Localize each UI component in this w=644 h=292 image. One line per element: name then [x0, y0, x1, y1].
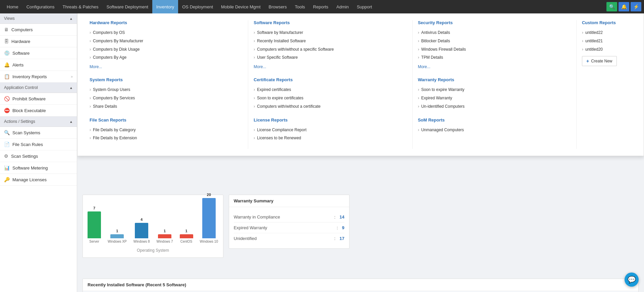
- bar-win8-value: 4: [141, 217, 143, 222]
- bar-win7: 1 Windows 7: [157, 229, 173, 243]
- alert-nav-button[interactable]: 🔔: [619, 2, 629, 11]
- nav-support[interactable]: Support: [353, 0, 376, 13]
- warranty-colon-2: :: [333, 225, 342, 230]
- bar-centos-rect: [180, 234, 193, 238]
- chat-icon: 💬: [628, 276, 636, 284]
- mm-link-file-by-extension[interactable]: ›File Details by Extension: [90, 134, 243, 142]
- sidebar-prohibit-label: Prohibit Software: [12, 96, 46, 101]
- mm-link-system-group-users[interactable]: ›System Group Users: [90, 86, 243, 94]
- mm-link-bitlocker[interactable]: ›Bitlocker Details: [418, 37, 571, 45]
- mm-link-untitled22[interactable]: ›untitled22: [582, 29, 632, 37]
- bar-win10-label: Windows 10: [200, 240, 218, 243]
- mm-link-computers-by-manufacturer[interactable]: ›Computers By Manufacturer: [90, 37, 243, 45]
- nav-home[interactable]: Home: [3, 0, 22, 13]
- sidebar-item-alerts[interactable]: 🔔 Alerts: [0, 59, 77, 71]
- mm-link-unidentified-computers[interactable]: ›Un-identified Computers: [418, 102, 571, 111]
- mm-link-computers-by-disk[interactable]: ›Computers by Disk Usage: [90, 45, 243, 54]
- sidebar-item-prohibit-software[interactable]: 🚫 Prohibit Software: [0, 93, 77, 105]
- views-section-header[interactable]: Views ▲: [0, 13, 77, 24]
- os-chart-body: 7 Server 1 Windows XP 4 Windows 8: [83, 195, 223, 257]
- mm-link-tpm[interactable]: ›TPM Details: [418, 53, 571, 62]
- sidebar-block-label: Block Executable: [12, 108, 46, 113]
- file-scan-reports-title: File Scan Reports: [90, 117, 243, 123]
- bar-win7-value: 1: [164, 229, 166, 233]
- sidebar-item-software[interactable]: 💿 Software: [0, 47, 77, 59]
- mm-link-computers-by-age[interactable]: ›Computers By Age: [90, 53, 243, 62]
- chat-bubble-button[interactable]: 💬: [625, 273, 639, 287]
- mm-link-sw-by-manufacturer[interactable]: ›Software by Manufacturer: [254, 29, 407, 37]
- right-panels: 7 Server 1 Windows XP 4 Windows 8: [77, 195, 644, 267]
- mm-link-recently-installed[interactable]: ›Recently Installed Software: [254, 37, 407, 45]
- certificate-reports-title: Certificate Reports: [254, 77, 407, 82]
- sidebar-inventory-reports-label: Inventory Reports: [12, 74, 47, 79]
- hardware-reports-more[interactable]: More...: [90, 63, 243, 70]
- mm-link-expired-certs[interactable]: ›Expired certificates: [254, 86, 407, 94]
- top-nav: Home Configurations Threats & Patches So…: [0, 0, 644, 13]
- sidebar-item-scan-systems[interactable]: 🔍 Scan Systems: [0, 127, 77, 139]
- sidebar-item-block-executable[interactable]: ⛔ Block Executable: [0, 105, 77, 116]
- views-label: Views: [4, 16, 15, 21]
- sidebar-software-label: Software: [12, 51, 30, 56]
- search-nav-button[interactable]: 🔍: [606, 2, 617, 11]
- software-reports-section: Software Reports ›Software by Manufactur…: [254, 20, 407, 70]
- sidebar-item-file-scan-rules[interactable]: 📄 File Scan Rules: [0, 139, 77, 150]
- hardware-reports-section: Hardware Reports ›Computers by OS ›Compu…: [90, 20, 243, 70]
- som-reports-section: SoM Reports ›Unmanaged Computers: [418, 117, 571, 134]
- mm-link-user-specific-sw[interactable]: ›User Specific Software: [254, 53, 407, 62]
- nav-software-deployment[interactable]: Software Deployment: [102, 0, 152, 13]
- sidebar-item-inventory-reports[interactable]: 📋 Inventory Reports »: [0, 71, 77, 83]
- bar-winxp-label: Windows XP: [108, 240, 127, 243]
- inventory-reports-icon: 📋: [4, 74, 10, 79]
- mm-link-computers-with-without-cert[interactable]: ›Computers with/without a certificate: [254, 102, 407, 111]
- mm-link-license-compliance[interactable]: ›License Compliance Report: [254, 126, 407, 134]
- nav-reports[interactable]: Reports: [309, 0, 332, 13]
- app-control-section-header[interactable]: Application Control ▲: [0, 83, 77, 93]
- mm-link-computers-by-services[interactable]: ›Computers By Services: [90, 94, 243, 102]
- mm-link-untitled21[interactable]: ›untitled21: [582, 37, 632, 45]
- warranty-expired-value: 9: [342, 225, 344, 230]
- inventory-reports-arrow-icon: »: [71, 75, 73, 79]
- nav-browsers[interactable]: Browsers: [265, 0, 291, 13]
- nav-threats[interactable]: Threats & Patches: [59, 0, 103, 13]
- mm-link-expired-warranty[interactable]: ›Expired Warranty: [418, 94, 571, 102]
- mm-link-soon-expire-warranty[interactable]: ›Soon to expire Warranty: [418, 86, 571, 94]
- bar-win7-label: Windows 7: [157, 240, 173, 243]
- sidebar-alerts-label: Alerts: [12, 62, 23, 67]
- mm-link-licenses-to-renew[interactable]: ›Licenses to be Renewed: [254, 134, 407, 142]
- sidebar-scan-systems-label: Scan Systems: [12, 130, 40, 135]
- bar-server-label: Server: [89, 240, 99, 243]
- security-reports-more[interactable]: More...: [418, 63, 571, 70]
- nav-inventory[interactable]: Inventory: [152, 0, 178, 13]
- bar-server-value: 7: [93, 206, 95, 210]
- mm-link-untitled20[interactable]: ›untitled20: [582, 45, 632, 54]
- nav-mobile[interactable]: Mobile Device Mgmt: [217, 0, 265, 13]
- mm-link-file-by-category[interactable]: ›File Details by Category: [90, 126, 243, 134]
- sidebar-item-software-metering[interactable]: 📊 Software Metering: [0, 162, 77, 174]
- nav-admin[interactable]: Admin: [332, 0, 353, 13]
- mm-link-unmanaged[interactable]: ›Unmanaged Computers: [418, 126, 571, 134]
- nav-os-deployment[interactable]: OS Deployment: [178, 0, 217, 13]
- create-new-button[interactable]: + Create New: [582, 56, 617, 66]
- nav-tools[interactable]: Tools: [291, 0, 309, 13]
- mm-link-soon-expire-certs[interactable]: ›Soon to expire certificates: [254, 94, 407, 102]
- actions-section-header[interactable]: Actions / Settings ▲: [0, 116, 77, 127]
- file-scan-reports-section: File Scan Reports ›File Details by Categ…: [90, 117, 243, 143]
- system-reports-section: System Reports ›System Group Users ›Comp…: [90, 77, 243, 110]
- mm-link-windows-firewall[interactable]: ›Windows Firewall Details: [418, 45, 571, 54]
- software-reports-more[interactable]: More...: [254, 63, 407, 70]
- mm-link-computers-by-os[interactable]: ›Computers by OS: [90, 29, 243, 37]
- mm-link-antivirus[interactable]: ›Antivirus Details: [418, 29, 571, 37]
- megamenu-col-2: Software Reports ›Software by Manufactur…: [248, 20, 412, 149]
- nav-configurations[interactable]: Configurations: [22, 0, 59, 13]
- mm-link-share-details[interactable]: ›Share Details: [90, 102, 243, 111]
- power-nav-button[interactable]: ⚡: [631, 2, 641, 11]
- sidebar-item-manage-licenses[interactable]: 🔑 Manage Licenses: [0, 174, 77, 186]
- bar-win8-label: Windows 8: [133, 240, 150, 243]
- sidebar-item-scan-settings[interactable]: ⚙ Scan Settings: [0, 150, 77, 162]
- os-chart: 7 Server 1 Windows XP 4 Windows 8: [88, 200, 218, 247]
- hardware-reports-title: Hardware Reports: [90, 20, 243, 25]
- sidebar-item-computers[interactable]: 🖥 Computers: [0, 24, 77, 36]
- create-new-label: Create New: [591, 59, 612, 63]
- mm-link-computers-with-without-sw[interactable]: ›Computers with/without a specific Softw…: [254, 45, 407, 54]
- sidebar-item-hardware[interactable]: 🗄 Hardware: [0, 36, 77, 47]
